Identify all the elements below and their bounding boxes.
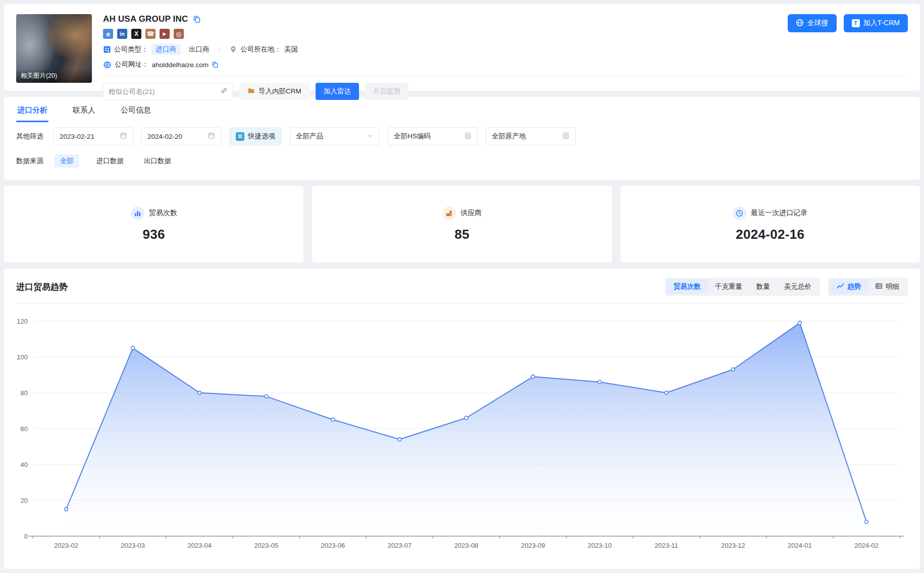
- company-building-icon: [103, 45, 111, 54]
- company-name: AH USA GROUP INC: [103, 14, 188, 24]
- source-export-data[interactable]: 出口数据: [144, 157, 171, 166]
- metric-usd-total[interactable]: 美元总价: [777, 279, 818, 294]
- import-crm-button[interactable]: 导入内部CRM: [239, 83, 310, 100]
- x-icon[interactable]: X: [131, 29, 141, 39]
- analysis-tabs-card: 进口分析 联系人 公司信息 其他筛选 ⌘ 快捷选项: [4, 97, 920, 180]
- stats-row: 贸易次数 936 供应商 85 最近一次进口记录 2024-02-16: [4, 186, 920, 263]
- tab-company-info[interactable]: 公司信息: [120, 97, 152, 122]
- website-label: 公司网址：: [115, 60, 149, 69]
- phone-icon[interactable]: ☎: [145, 29, 156, 39]
- divider: |: [219, 46, 221, 54]
- company-photo[interactable]: 相关图片(20): [16, 14, 92, 83]
- data-source-label: 数据来源: [16, 157, 43, 166]
- svg-text:2024-01: 2024-01: [788, 542, 812, 549]
- stat-label: 供应商: [460, 209, 482, 218]
- svg-text:2023-06: 2023-06: [321, 542, 345, 549]
- svg-text:2023-03: 2023-03: [121, 542, 145, 549]
- join-tcrm-button[interactable]: T 加入T-CRM: [844, 14, 908, 32]
- page: 相关图片(20) AH USA GROUP INC e in X ☎ ▶ ◎: [0, 0, 924, 573]
- svg-text:2023-05: 2023-05: [254, 542, 278, 549]
- tab-contacts[interactable]: 联系人: [72, 97, 96, 122]
- calendar-icon: [120, 132, 127, 141]
- stat-value-suppliers: 85: [454, 227, 470, 242]
- other-filters-label: 其他筛选: [16, 132, 43, 141]
- calendar-icon: [208, 132, 215, 141]
- add-radar-button[interactable]: 加入雷达: [316, 83, 359, 100]
- location-pin-icon: [229, 45, 237, 54]
- data-source-row: 数据来源 全部 进口数据 出口数据: [16, 154, 908, 168]
- origin-select[interactable]: 全部原产地: [486, 127, 576, 145]
- hs-code-select[interactable]: 全部HS编码: [388, 127, 478, 145]
- company-header-card: 相关图片(20) AH USA GROUP INC e in X ☎ ▶ ◎: [4, 4, 920, 91]
- linkedin-icon[interactable]: in: [117, 29, 127, 39]
- tcrm-icon: T: [852, 19, 860, 27]
- metric-switcher: 贸易次数 千克重量 数量 美元总价: [665, 278, 820, 296]
- command-icon: ⌘: [236, 132, 244, 141]
- view-trend[interactable]: 趋势: [830, 279, 868, 294]
- company-type-importer[interactable]: 进口商: [151, 44, 181, 55]
- stat-card-last-import: 最近一次进口记录 2024-02-16: [621, 186, 920, 263]
- instagram-icon[interactable]: ◎: [174, 29, 184, 39]
- import-trend-card: 进口贸易趋势 贸易次数 千克重量 数量 美元总价 趋势: [4, 269, 920, 569]
- metric-trade-count[interactable]: 贸易次数: [666, 279, 708, 294]
- source-import-data[interactable]: 进口数据: [96, 157, 124, 166]
- svg-text:40: 40: [21, 461, 28, 468]
- copy-website-icon[interactable]: [212, 61, 219, 68]
- table-icon: [875, 282, 883, 291]
- location-label: 公司所在地：: [240, 45, 281, 54]
- view-switcher: 趋势 明细: [828, 278, 908, 296]
- stat-value-trade-count: 936: [143, 227, 165, 242]
- related-images-caption[interactable]: 相关图片(20): [16, 69, 92, 83]
- line-chart-icon: [837, 282, 844, 291]
- company-type-exporter[interactable]: 出口商: [189, 45, 210, 54]
- svg-text:80: 80: [21, 389, 28, 397]
- bar-chart-icon: [131, 206, 144, 220]
- global-search-button[interactable]: 全球搜: [788, 14, 837, 32]
- svg-text:20: 20: [21, 497, 28, 504]
- website-value[interactable]: aholddelhaize.com: [152, 61, 209, 69]
- start-monitor-button[interactable]: 开启监测: [365, 83, 408, 100]
- location-value: 美国: [284, 45, 298, 54]
- svg-text:2023-10: 2023-10: [588, 542, 612, 549]
- filter-row: 其他筛选 ⌘ 快捷选项 全部产品: [16, 127, 908, 145]
- globe-white-icon: [796, 19, 804, 28]
- chart-toolbar: 贸易次数 千克重量 数量 美元总价 趋势: [665, 278, 908, 296]
- svg-text:2023-07: 2023-07: [388, 542, 412, 549]
- date-from-picker[interactable]: [54, 127, 133, 145]
- tab-import-analysis[interactable]: 进口分析: [16, 97, 48, 122]
- svg-text:2023-02: 2023-02: [54, 542, 78, 549]
- date-from-input[interactable]: [60, 133, 108, 140]
- clock-icon: [733, 206, 746, 220]
- svg-text:2023-04: 2023-04: [187, 542, 212, 549]
- stat-card-trade-count: 贸易次数 936: [4, 186, 303, 263]
- view-detail[interactable]: 明细: [868, 279, 906, 294]
- chevron-down-icon: [367, 132, 374, 141]
- metric-weight-kg[interactable]: 千克重量: [708, 279, 749, 294]
- svg-text:0: 0: [24, 533, 28, 540]
- stat-card-suppliers: 供应商 85: [312, 186, 611, 263]
- factory-icon: [442, 206, 456, 220]
- tab-row: 进口分析 联系人 公司信息: [16, 97, 908, 122]
- metric-quantity[interactable]: 数量: [749, 279, 777, 294]
- product-select[interactable]: 全部产品: [290, 127, 380, 145]
- list-doc-icon: [562, 132, 570, 141]
- svg-text:2023-11: 2023-11: [654, 542, 678, 549]
- youtube-icon[interactable]: ▶: [160, 29, 170, 39]
- quick-options-button[interactable]: ⌘ 快捷选项: [229, 127, 282, 145]
- trend-chart: 0204060801001202023-022023-032023-042023…: [16, 308, 908, 553]
- similar-company-input[interactable]: [109, 88, 220, 95]
- company-type-label: 公司类型：: [114, 45, 148, 54]
- chart-title: 进口贸易趋势: [16, 281, 68, 293]
- svg-text:100: 100: [17, 353, 28, 361]
- date-to-picker[interactable]: [141, 127, 221, 145]
- stat-value-last-import: 2024-02-16: [736, 227, 804, 242]
- date-to-input[interactable]: [147, 133, 196, 140]
- globe-icon: [103, 61, 112, 69]
- browser-icon[interactable]: e: [103, 29, 113, 39]
- svg-text:2023-12: 2023-12: [721, 542, 745, 549]
- copy-icon[interactable]: [193, 15, 201, 23]
- svg-text:2023-09: 2023-09: [521, 542, 545, 549]
- trend-chart-area[interactable]: 0204060801001202023-022023-032023-042023…: [16, 308, 908, 564]
- stat-label: 贸易次数: [149, 209, 177, 218]
- source-all[interactable]: 全部: [55, 154, 79, 168]
